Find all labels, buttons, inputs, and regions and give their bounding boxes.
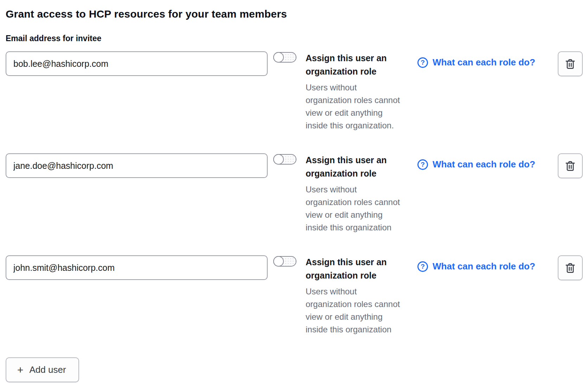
add-user-wrap: + Add user — [6, 357, 583, 382]
invitee-email-input[interactable] — [6, 51, 268, 76]
question-circle-icon: ? — [417, 261, 428, 272]
toggle-knob-icon — [273, 52, 284, 63]
delete-invitee-button[interactable] — [558, 51, 583, 76]
delete-invitee-button[interactable] — [558, 153, 583, 178]
trash-icon — [564, 58, 576, 70]
role-toggle-label: Assign this user an organization role — [306, 255, 401, 282]
role-toggle-text: Assign this user an organization role Us… — [306, 153, 401, 234]
add-user-label: Add user — [30, 364, 66, 375]
invite-users-form: Grant access to HCP resources for your t… — [0, 0, 588, 382]
role-toggle-text: Assign this user an organization role Us… — [306, 255, 401, 336]
role-docs-link-group[interactable]: ? What can each role do? — [417, 261, 535, 272]
toggle-knob-icon — [273, 154, 284, 165]
question-circle-icon: ? — [417, 57, 428, 68]
invite-row: Assign this user an organization role Us… — [6, 51, 583, 145]
role-docs-link-group[interactable]: ? What can each role do? — [417, 159, 535, 170]
role-toggle-label: Assign this user an organization role — [306, 51, 401, 78]
role-toggle-help-text: Users without organization roles cannot … — [306, 285, 401, 336]
org-role-toggle[interactable] — [273, 154, 296, 165]
invite-rows: Assign this user an organization role Us… — [6, 51, 583, 349]
add-user-button[interactable]: + Add user — [6, 357, 79, 382]
role-docs-link[interactable]: What can each role do? — [433, 159, 535, 170]
trash-icon — [564, 160, 576, 172]
role-docs-link-group[interactable]: ? What can each role do? — [417, 57, 535, 68]
page-title: Grant access to HCP resources for your t… — [6, 7, 583, 21]
role-toggle-text: Assign this user an organization role Us… — [306, 51, 401, 132]
plus-icon: + — [17, 365, 24, 375]
org-role-toggle[interactable] — [273, 52, 296, 63]
invitee-email-input[interactable] — [6, 153, 268, 178]
question-circle-icon: ? — [417, 159, 428, 170]
org-role-toggle[interactable] — [273, 256, 296, 267]
role-toggle-help-text: Users without organization roles cannot … — [306, 81, 401, 132]
role-docs-link[interactable]: What can each role do? — [433, 57, 535, 68]
invitee-email-input[interactable] — [6, 255, 268, 280]
toggle-knob-icon — [273, 256, 284, 267]
role-toggle-help-text: Users without organization roles cannot … — [306, 183, 401, 234]
role-docs-link[interactable]: What can each role do? — [433, 261, 535, 272]
delete-invitee-button[interactable] — [558, 255, 583, 280]
trash-icon — [564, 262, 576, 274]
invite-row: Assign this user an organization role Us… — [6, 255, 583, 349]
invite-row: Assign this user an organization role Us… — [6, 153, 583, 247]
role-toggle-label: Assign this user an organization role — [306, 153, 401, 180]
email-address-label: Email address for invitee — [6, 34, 583, 43]
